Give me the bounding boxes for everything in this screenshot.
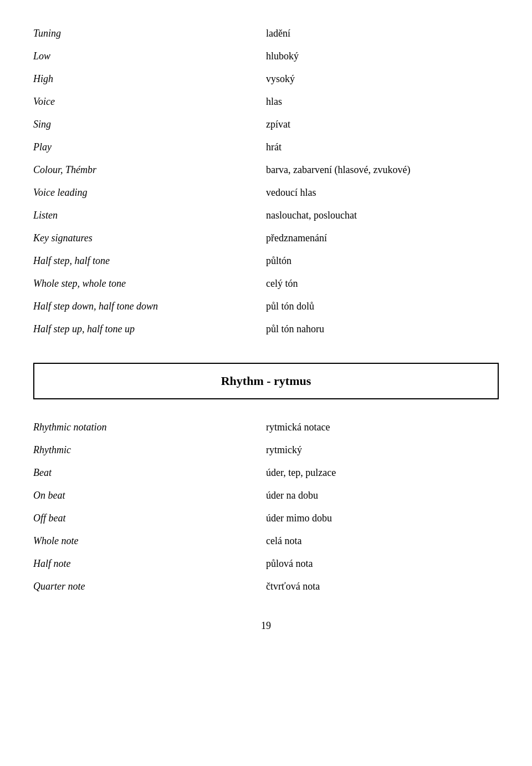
czech-term: předznamenání <box>266 227 499 250</box>
english-term: Listen <box>33 204 266 227</box>
czech-term: úder na dobu <box>266 484 499 507</box>
czech-term: půl tón dolů <box>266 295 499 318</box>
english-term: Colour, Thémbr <box>33 159 266 181</box>
english-term: On beat <box>33 484 266 507</box>
table-row: Voicehlas <box>33 90 499 113</box>
table-row: Whole step, whole tonecelý tón <box>33 272 499 295</box>
table-row: Key signaturespředznamenání <box>33 227 499 250</box>
table-row: Half notepůlová nota <box>33 552 499 575</box>
czech-term: zpívat <box>266 113 499 136</box>
czech-term: ladění <box>266 22 499 45</box>
czech-term: rytmický <box>266 439 499 461</box>
english-term: Whole step, whole tone <box>33 272 266 295</box>
table-row: Listennaslouchat, poslouchat <box>33 204 499 227</box>
english-term: Key signatures <box>33 227 266 250</box>
table-row: Whole notecelá nota <box>33 530 499 552</box>
czech-term: celá nota <box>266 530 499 552</box>
table-row: Voice leadingvedoucí hlas <box>33 181 499 204</box>
english-term: Rhythmic notation <box>33 416 266 439</box>
english-term: Sing <box>33 113 266 136</box>
table-row: Rhythmic notationrytmická notace <box>33 416 499 439</box>
english-term: Half note <box>33 552 266 575</box>
table-row: Quarter notečtvrťová nota <box>33 575 499 598</box>
czech-term: hlas <box>266 90 499 113</box>
table-row: Half step, half tonepůltón <box>33 250 499 272</box>
section-title: Rhythm - rytmus <box>221 374 311 388</box>
czech-term: úder mimo dobu <box>266 507 499 530</box>
english-term: Whole note <box>33 530 266 552</box>
english-term: Half step down, half tone down <box>33 295 266 318</box>
czech-term: čtvrťová nota <box>266 575 499 598</box>
english-term: Play <box>33 136 266 159</box>
english-term: Half step up, half tone up <box>33 318 266 341</box>
table-row: Colour, Thémbrbarva, zabarvení (hlasové,… <box>33 159 499 181</box>
table-row: On beatúder na dobu <box>33 484 499 507</box>
english-term: Half step, half tone <box>33 250 266 272</box>
czech-term: celý tón <box>266 272 499 295</box>
table-row: Beatúder, tep, pulzace <box>33 461 499 484</box>
english-term: Quarter note <box>33 575 266 598</box>
english-term: Tuning <box>33 22 266 45</box>
czech-term: rytmická notace <box>266 416 499 439</box>
czech-term: hrát <box>266 136 499 159</box>
english-term: Off beat <box>33 507 266 530</box>
table-row: Lowhluboký <box>33 45 499 68</box>
english-term: Voice <box>33 90 266 113</box>
czech-term: vedoucí hlas <box>266 181 499 204</box>
english-term: Voice leading <box>33 181 266 204</box>
table-row: Playhrát <box>33 136 499 159</box>
czech-term: půltón <box>266 250 499 272</box>
czech-term: naslouchat, poslouchat <box>266 204 499 227</box>
table-row: Singzpívat <box>33 113 499 136</box>
table-row: Highvysoký <box>33 68 499 90</box>
czech-term: půl tón nahoru <box>266 318 499 341</box>
english-term: Rhythmic <box>33 439 266 461</box>
english-term: Low <box>33 45 266 68</box>
table-row: Half step down, half tone downpůl tón do… <box>33 295 499 318</box>
table-row: Rhythmicrytmický <box>33 439 499 461</box>
table-row: Half step up, half tone uppůl tón nahoru <box>33 318 499 341</box>
czech-term: vysoký <box>266 68 499 90</box>
english-term: High <box>33 68 266 90</box>
rhythm-vocabulary-table: Rhythmic notationrytmická notaceRhythmic… <box>33 416 499 598</box>
czech-term: úder, tep, pulzace <box>266 461 499 484</box>
page-number: 19 <box>33 620 499 632</box>
vocabulary-table: TuningladěníLowhlubokýHighvysokýVoicehla… <box>33 22 499 341</box>
table-row: Tuningladění <box>33 22 499 45</box>
section-header: Rhythm - rytmus <box>33 363 499 399</box>
czech-term: půlová nota <box>266 552 499 575</box>
english-term: Beat <box>33 461 266 484</box>
czech-term: hluboký <box>266 45 499 68</box>
czech-term: barva, zabarvení (hlasové, zvukové) <box>266 159 499 181</box>
table-row: Off beatúder mimo dobu <box>33 507 499 530</box>
